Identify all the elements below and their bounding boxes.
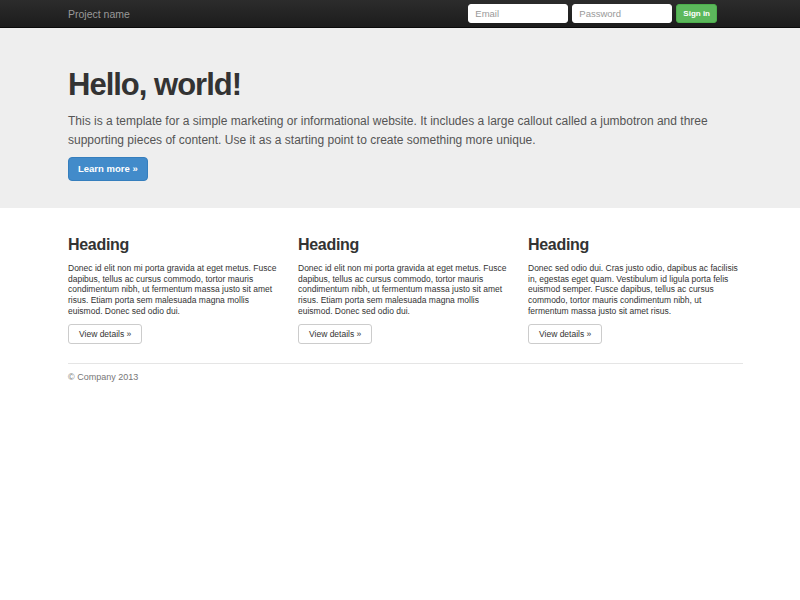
jumbotron: Hello, world! This is a template for a s…: [0, 28, 800, 208]
jumbotron-description: This is a template for a simple marketin…: [68, 112, 740, 150]
jumbotron-container: Hello, world! This is a template for a s…: [68, 66, 743, 181]
content-row: Heading Donec id elit non mi porta gravi…: [68, 235, 743, 344]
footer: © Company 2013: [68, 363, 743, 382]
column-3-heading: Heading: [528, 235, 743, 254]
column-1-heading: Heading: [68, 235, 283, 254]
navbar-container: Project name Sign in: [68, 0, 743, 27]
copyright-text: © Company 2013: [68, 372, 743, 382]
view-details-button-3[interactable]: View details »: [528, 324, 602, 344]
navbar: Project name Sign in: [0, 0, 800, 28]
email-input[interactable]: [468, 4, 568, 23]
footer-divider: [68, 363, 743, 364]
content-column-1: Heading Donec id elit non mi porta gravi…: [68, 235, 283, 344]
sign-in-button[interactable]: Sign in: [676, 4, 717, 23]
column-1-text: Donec id elit non mi porta gravida at eg…: [68, 263, 283, 317]
content-column-3: Heading Donec sed odio dui. Cras justo o…: [528, 235, 743, 344]
content-column-2: Heading Donec id elit non mi porta gravi…: [298, 235, 513, 344]
column-2-text: Donec id elit non mi porta gravida at eg…: [298, 263, 513, 317]
view-details-button-1[interactable]: View details »: [68, 324, 142, 344]
column-3-text: Donec sed odio dui. Cras justo odio, dap…: [528, 263, 743, 317]
learn-more-button[interactable]: Learn more »: [68, 157, 148, 181]
signin-form: Sign in: [468, 4, 717, 23]
jumbotron-title: Hello, world!: [68, 66, 743, 104]
column-2-heading: Heading: [298, 235, 513, 254]
password-input[interactable]: [572, 4, 672, 23]
navbar-brand[interactable]: Project name: [68, 8, 130, 20]
main-content: Heading Donec id elit non mi porta gravi…: [68, 235, 743, 382]
view-details-button-2[interactable]: View details »: [298, 324, 372, 344]
